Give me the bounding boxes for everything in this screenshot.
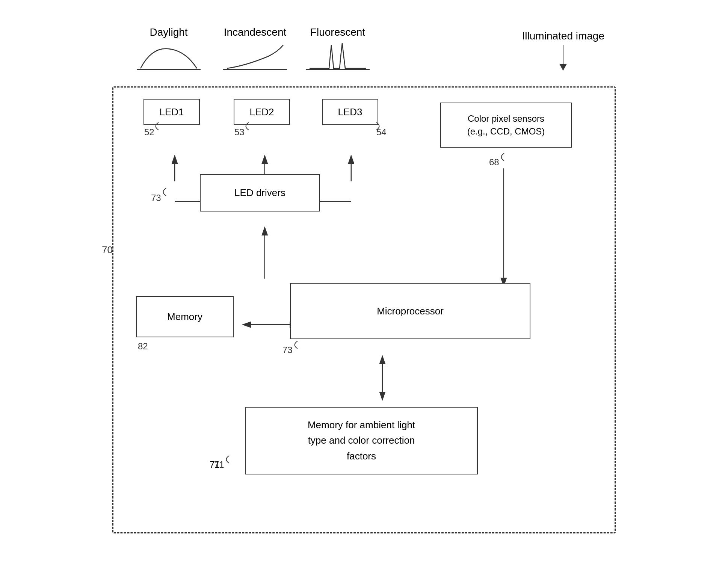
memory-ambient-box: Memory for ambient lighttype and color c… (245, 407, 478, 474)
micro-bracket (286, 339, 301, 350)
daylight-graph (137, 41, 201, 71)
memory-label: Memory (167, 311, 202, 323)
microprocessor-box: Microprocessor (290, 283, 530, 339)
memory-ambient-label: Memory for ambient lighttype and color c… (308, 417, 415, 464)
illuminated-image-label: Illuminated image (522, 30, 604, 71)
daylight-item: Daylight (131, 26, 206, 71)
incandescent-label: Incandescent (224, 26, 287, 38)
led3-bracket (375, 121, 390, 132)
incandescent-item: Incandescent (217, 26, 293, 71)
light-labels: Daylight Incandescent Fluorescent (124, 26, 432, 71)
svg-rect-2 (223, 41, 287, 71)
led-drivers-bracket (155, 186, 170, 198)
main-system-box: LED1 52 LED2 53 LED3 54 LED drivers 7 (112, 86, 616, 533)
incandescent-graph (223, 41, 287, 71)
led2-bracket (237, 121, 252, 132)
led1-bracket (147, 121, 162, 132)
color-sensors-bracket (493, 151, 508, 163)
diagram-container: Daylight Incandescent Fluorescent (101, 26, 627, 545)
fluorescent-graph (306, 41, 370, 71)
led-drivers-label: LED drivers (234, 187, 285, 199)
system-ref-label: 70 (102, 244, 113, 256)
color-sensors-label: Color pixel sensors(e.g., CCD, CMOS) (467, 112, 545, 137)
fluorescent-item: Fluorescent (300, 26, 375, 71)
illuminated-text: Illuminated image (522, 30, 604, 42)
led3-box: LED3 (322, 99, 378, 125)
memory-box: Memory (136, 296, 234, 337)
svg-rect-0 (137, 41, 201, 71)
color-sensors-box: Color pixel sensors(e.g., CCD, CMOS) (440, 103, 572, 148)
ambient-bracket (218, 454, 233, 465)
led-drivers-box: LED drivers (200, 174, 320, 211)
svg-rect-4 (306, 41, 370, 71)
ambient-ref-num: 71 (210, 459, 220, 470)
memory-ref: 82 (138, 341, 148, 352)
led3-label: LED3 (338, 106, 362, 118)
led1-label: LED1 (159, 106, 184, 118)
microprocessor-label: Microprocessor (377, 305, 444, 317)
led2-label: LED2 (249, 106, 274, 118)
fluorescent-label: Fluorescent (310, 26, 365, 38)
daylight-label: Daylight (150, 26, 187, 38)
